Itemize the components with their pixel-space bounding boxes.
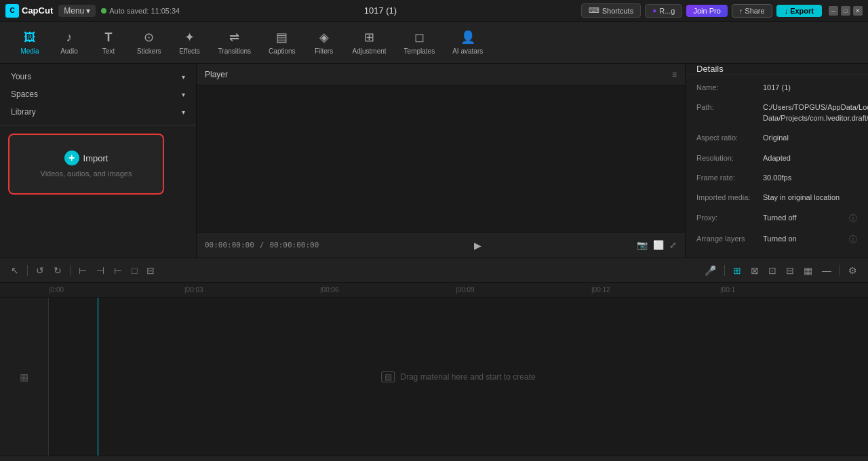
arrange-layers-info-icon[interactable]: ⓘ [849,234,857,245]
minimize-button[interactable]: ─ [829,6,838,16]
toolbar-item-audio[interactable]: ♪ Audio [50,26,88,59]
timeline-toolbar: ↖ ↺ ↻ ⊢ ⊣ ⊢ □ ⊟ 🎤 ⊞ ⊠ ⊡ ⊟ ▦ — ⚙ [0,258,868,283]
trim-right-button[interactable]: ⊢ [111,264,125,277]
maximize-button[interactable]: □ [841,6,850,16]
playhead-line [98,298,98,456]
media-icon: 🖼 [24,31,36,45]
detail-row-framerate: Frame rate: 30.00fps [696,173,857,183]
drag-hint-icon: ▤ [381,372,395,382]
detail-label-framerate: Frame rate: [696,173,757,182]
details-title: Details [696,64,724,74]
export-button[interactable]: ↓ Export [776,5,822,17]
detail-value-path: C:/Users/TOPGUS/AppData/Local/CapCut/Use… [763,102,868,123]
close-button[interactable]: ✕ [853,6,863,16]
toolbar-label-captions: Captions [269,47,295,55]
settings-button[interactable]: ⚙ [846,264,860,277]
toolbar-item-stickers[interactable]: ⊙ Stickers [129,26,170,59]
detail-value-aspect: Original [763,133,789,143]
export-icon: ↓ [785,7,789,15]
player-header: Player ≡ [197,64,685,85]
toolbar-item-transitions[interactable]: ⇌ Transitions [210,26,260,59]
toolbar-label-effects: Effects [179,47,199,55]
detail-value-resolution: Adapted [763,153,791,163]
sticker-button[interactable]: ⊟ [783,264,797,277]
toolbar-label-media: Media [20,47,39,55]
mute-button[interactable]: — [819,264,834,277]
proxy-info-icon[interactable]: ⓘ [849,213,857,224]
chevron-down-icon: ▾ [182,91,185,98]
ruler-mark-12: |00:12 [591,286,610,294]
ruler-mark-end: |00:1 [720,286,735,294]
toolbar-label-ai-avatars: AI avatars [452,47,483,55]
ai-avatars-icon: 👤 [460,30,475,45]
detail-value-imported-media: Stay in original location [763,193,840,203]
join-pro-button[interactable]: Join Pro [686,5,727,17]
import-button[interactable]: + Import Videos, audios, and images [8,134,164,195]
detail-label-proxy: Proxy: [696,213,757,222]
aspect-ratio-button[interactable]: ⬜ [653,240,664,250]
thumbnail-button[interactable]: ▦ [801,264,815,277]
toolbar-label-text: Text [102,47,115,55]
timecode-start: 00:00:00:00 [205,241,254,249]
shortcuts-button[interactable]: ⌨ Shortcuts [581,3,641,18]
player-title: Player [205,70,228,79]
trim-left-button[interactable]: ⊣ [94,264,107,277]
snap-button[interactable]: ⊞ [730,264,744,277]
detail-label-arrange-layers: Arrange layers [696,234,757,243]
detail-label-imported-media: Imported media: [696,193,757,201]
snapshot-button[interactable]: 📷 [637,240,648,250]
pro-button[interactable]: ● R...g [645,4,682,18]
detail-value-arrange-layers: Turned on [763,234,797,244]
timeline-area: ↖ ↺ ↻ ⊢ ⊣ ⊢ □ ⊟ 🎤 ⊞ ⊠ ⊡ ⊟ ▦ — ⚙ |0:00 |0… [0,258,868,461]
titlebar: C CapCut Menu ▾ Auto saved: 11:05:34 101… [0,0,868,22]
main-toolbar: 🖼 Media ♪ Audio T Text ⊙ Stickers ✦ Effe… [0,22,868,64]
captions-icon: ▤ [276,30,288,45]
fullscreen-button[interactable]: ⤢ [669,240,677,250]
delete-button[interactable]: □ [129,264,140,277]
panel-content: + Import Videos, audios, and images [0,125,196,258]
panel-tab-spaces[interactable]: Spaces ▾ [5,87,191,102]
toolbar-label-filters: Filters [315,47,333,55]
toolbar-item-media[interactable]: 🖼 Media [11,26,49,59]
transitions-icon: ⇌ [229,30,239,45]
details-panel: Details Name: 1017 (1) Path: C:/Users/TO… [685,64,868,258]
toolbar-item-ai-avatars[interactable]: 👤 AI avatars [444,26,491,59]
unlink-button[interactable]: ⊟ [144,264,157,277]
import-plus-icon: + [64,151,79,165]
redo-button[interactable]: ↻ [51,264,64,277]
player-menu-icon[interactable]: ≡ [672,70,677,79]
panel-tab-yours[interactable]: Yours ▾ [5,69,191,84]
microphone-button[interactable]: 🎤 [702,264,719,277]
project-title: 1017 (1) [185,5,575,16]
toolbar-separator-2 [70,265,71,276]
toolbar-item-captions[interactable]: ▤ Captions [260,26,303,59]
auto-saved-status: Auto saved: 11:05:34 [101,7,180,15]
toolbar-item-templates[interactable]: ◻ Templates [396,26,443,59]
ruler-mark-6: |00:06 [320,286,339,294]
select-tool-button[interactable]: ↖ [8,264,22,277]
share-button[interactable]: ↑ Share [732,4,772,18]
toolbar-item-adjustment[interactable]: ⊞ Adjustment [344,26,395,59]
lock-button[interactable]: ⊡ [766,264,779,277]
drag-hint: ▤ Drag material here and start to create [381,372,535,382]
toolbar-item-effects[interactable]: ✦ Effects [171,26,209,59]
share-icon: ↑ [739,7,743,15]
panel-tab-library[interactable]: Library ▾ [5,104,191,119]
timeline-tracks[interactable]: ▤ Drag material here and start to create [49,298,868,456]
toolbar-item-text[interactable]: T Text [90,26,127,59]
detail-label-aspect: Aspect ratio: [696,133,757,142]
play-button[interactable]: ▶ [474,240,481,251]
toolbar-item-filters[interactable]: ◈ Filters [305,26,343,59]
window-controls: ─ □ ✕ [829,6,863,16]
detail-row-resolution: Resolution: Adapted [696,153,857,163]
menu-button[interactable]: Menu ▾ [58,5,96,17]
split-button[interactable]: ⊢ [76,264,90,277]
player-controls: 00:00:00:00 / 00:00:00:00 ▶ 📷 ⬜ ⤢ [197,232,685,258]
toolbar-separator [27,265,28,276]
audio-icon: ♪ [66,31,73,45]
toolbar-label-transitions: Transitions [218,47,252,55]
detail-value-name: 1017 (1) [763,83,791,93]
horizontal-scrollbar[interactable] [0,456,868,461]
undo-button[interactable]: ↺ [33,264,47,277]
link-button[interactable]: ⊠ [748,264,762,277]
